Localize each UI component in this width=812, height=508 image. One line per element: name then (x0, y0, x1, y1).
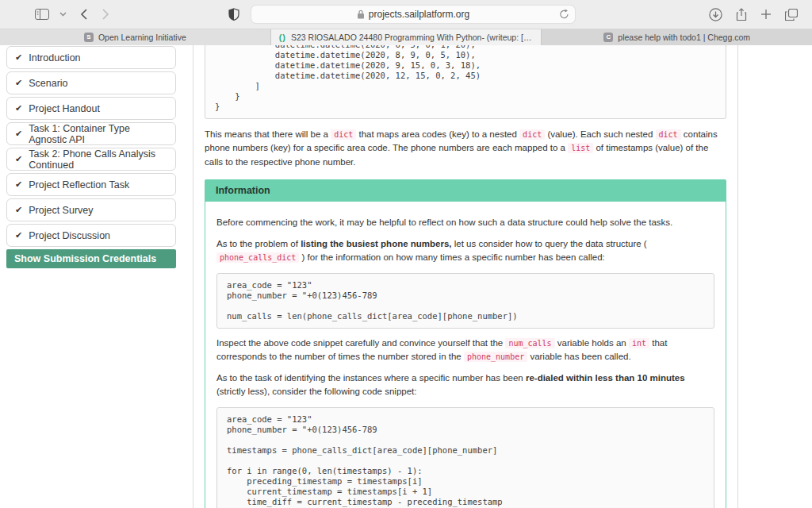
browser-window: projects.sailplatform.org S Open Learnin… (0, 0, 812, 508)
check-icon: ✔ (15, 230, 22, 241)
sidebar-item-scenario[interactable]: ✔ Scenario (6, 71, 176, 94)
paragraph-inspect-num-calls: Inspect the above code snippet carefully… (216, 337, 714, 364)
sidebar-item-label: Task 1: Container Type Agnostic API (29, 123, 167, 145)
address-bar[interactable]: projects.sailplatform.org (251, 5, 576, 24)
new-tab-icon[interactable] (760, 9, 772, 20)
paragraph-dict-explanation: This means that there will be a dict tha… (205, 128, 726, 169)
downloads-icon[interactable] (709, 8, 722, 21)
code-snippet-num-calls: area_code = "123" phone_number = "+0(123… (216, 273, 714, 329)
reload-icon[interactable] (559, 9, 569, 20)
oli-favicon: S (84, 33, 94, 42)
lock-icon (357, 10, 365, 19)
check-icon: ✔ (15, 129, 22, 139)
check-icon: ✔ (15, 52, 22, 63)
information-box: Information Before commencing the work, … (205, 179, 726, 508)
sail-favicon: () (279, 33, 286, 42)
lesson-main: "+1(692)352-9243" : [ datetime.datetime(… (193, 45, 738, 508)
sidebar-item-label: Scenario (29, 78, 67, 89)
tab-sail-platform-active[interactable]: () S23 RIOSALADO 24480 Programming With … (271, 29, 542, 45)
toolbar-actions (709, 8, 798, 21)
sidebar-item-label: Project Survey (29, 205, 93, 216)
tab-label-chegg: please help with todo1 | Chegg.com (618, 33, 750, 42)
information-header: Information (205, 179, 726, 202)
tab-open-learning-initiative[interactable]: S Open Learning Initiative (0, 29, 271, 45)
sidebar-item-project-survey[interactable]: ✔ Project Survey (6, 198, 176, 221)
page-content: ✔ Introduction ✔ Scenario ✔ Project Hand… (0, 45, 812, 508)
sidebar-item-task-2[interactable]: ✔ Task 2: Phone Calls Analysis Continued (6, 148, 176, 171)
sidebar-item-project-discussion[interactable]: ✔ Project Discussion (6, 224, 176, 247)
back-icon[interactable] (80, 9, 87, 20)
chegg-favicon: C (603, 33, 613, 42)
browser-toolbar: projects.sailplatform.org (0, 0, 812, 29)
show-submission-credentials-button[interactable]: Show Submission Credentials (6, 249, 176, 268)
chevron-down-icon[interactable] (59, 12, 67, 17)
information-body: Before commencing the work, it may be he… (205, 202, 726, 508)
sidebar-toggle-icon[interactable] (35, 9, 49, 20)
sidebar-item-label: Task 2: Phone Calls Analysis Continued (29, 148, 167, 171)
check-icon: ✔ (15, 78, 22, 88)
tab-chegg[interactable]: C please help with todo1 | Chegg.com (542, 29, 812, 45)
paragraph-before-commencing: Before commencing the work, it may be he… (216, 216, 714, 229)
code-snippet-time-diff: area_code = "123" phone_number = "+0(123… (216, 407, 714, 508)
sidebar-item-introduction[interactable]: ✔ Introduction (6, 46, 176, 69)
check-icon: ✔ (15, 103, 22, 114)
paragraph-busiest-numbers: As to the problem of listing the busiest… (216, 237, 714, 265)
paragraph-redial-task: As to the task of identifying the instan… (216, 371, 714, 399)
tab-bar: S Open Learning Initiative () S23 RIOSAL… (0, 29, 812, 45)
sidebar-item-project-handout[interactable]: ✔ Project Handout (6, 97, 176, 120)
navigation-controls (35, 9, 109, 20)
forward-icon[interactable] (102, 9, 109, 20)
tab-overview-icon[interactable] (785, 9, 798, 21)
sidebar-item-project-reflection-task[interactable]: ✔ Project Reflection Task (6, 173, 176, 196)
sidebar-item-task-1[interactable]: ✔ Task 1: Container Type Agnostic API (6, 122, 176, 145)
sidebar-item-label: Project Reflection Task (29, 179, 129, 190)
sidebar-item-label: Project Handout (29, 103, 100, 114)
code-block-phone-calls-dict: "+1(692)352-9243" : [ datetime.datetime(… (205, 45, 726, 119)
check-icon: ✔ (15, 179, 22, 190)
check-icon: ✔ (15, 205, 22, 215)
share-icon[interactable] (736, 8, 747, 21)
check-icon: ✔ (15, 154, 22, 164)
sidebar-item-label: Project Discussion (29, 230, 110, 241)
url-text: projects.sailplatform.org (369, 9, 469, 20)
tab-label-open-learning: Open Learning Initiative (98, 33, 186, 42)
privacy-shield-icon[interactable] (228, 8, 239, 21)
sidebar-item-label: Introduction (29, 52, 80, 64)
lesson-sidebar: ✔ Introduction ✔ Scenario ✔ Project Hand… (6, 46, 176, 268)
tab-label-sail-platform: S23 RIOSALADO 24480 Programming With Pyt… (291, 33, 533, 42)
